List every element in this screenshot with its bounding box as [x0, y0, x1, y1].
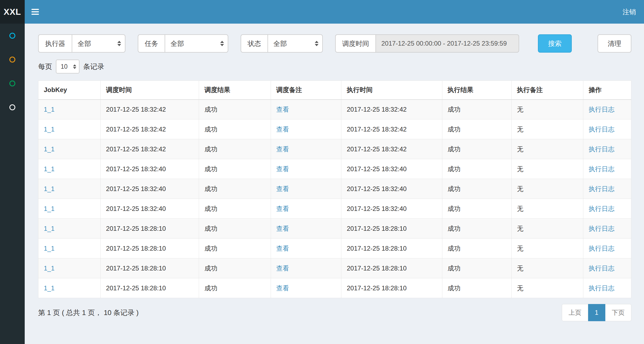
select-spinner-icon	[220, 41, 224, 46]
executor-filter-label: 执行器	[38, 34, 72, 53]
status-select-value: 全部	[273, 39, 287, 48]
jobkey-link[interactable]: 1_1	[44, 145, 55, 153]
jobkey-link[interactable]: 1_1	[44, 284, 55, 292]
jobkey-link[interactable]: 1_1	[44, 245, 55, 252]
exec-log-link[interactable]: 执行日志	[589, 145, 614, 153]
hamburger-icon	[31, 8, 39, 16]
trigger-msg-link[interactable]: 查看	[276, 165, 289, 173]
table-footer: 第 1 页 ( 总共 1 页， 10 条记录 ) 上页 1 下页	[38, 304, 631, 328]
jobkey-link[interactable]: 1_1	[44, 185, 55, 192]
current-page-button[interactable]: 1	[588, 304, 605, 321]
exec-log-link[interactable]: 执行日志	[589, 126, 614, 133]
search-button[interactable]: 搜索	[538, 34, 572, 53]
jobkey-link[interactable]: 1_1	[44, 225, 55, 232]
trigger-msg-link[interactable]: 查看	[276, 225, 289, 232]
handle-result-cell: 成功	[442, 119, 511, 139]
select-spinner-icon	[73, 64, 76, 69]
caret-down-icon	[73, 67, 76, 69]
handle-time-cell: 2017-12-25 18:32:42	[341, 139, 442, 159]
trigger-time-cell: 2017-12-25 18:28:10	[100, 278, 199, 298]
trigger-msg-link[interactable]: 查看	[276, 185, 289, 192]
exec-log-link[interactable]: 执行日志	[589, 165, 614, 173]
handle-time-cell: 2017-12-25 18:32:40	[341, 159, 442, 179]
handle-result-cell: 成功	[442, 239, 511, 258]
status-filter-label: 状态	[241, 34, 267, 53]
clear-button[interactable]: 清理	[598, 34, 631, 53]
executor-filter-group: 执行器 全部	[38, 34, 125, 53]
exec-log-link[interactable]: 执行日志	[589, 265, 614, 272]
handle-msg-cell: 无	[511, 139, 583, 159]
sidebar-item-2[interactable]	[0, 47, 25, 71]
trigger-msg-link[interactable]: 查看	[276, 205, 289, 212]
exec-log-link[interactable]: 执行日志	[589, 225, 614, 232]
pagination-info: 第 1 页 ( 总共 1 页， 10 条记录 )	[38, 308, 139, 317]
jobkey-link[interactable]: 1_1	[44, 205, 55, 212]
jobkey-link[interactable]: 1_1	[44, 165, 55, 173]
caret-down-icon	[220, 44, 224, 46]
exec-log-link[interactable]: 执行日志	[589, 284, 614, 292]
handle-result-cell: 成功	[442, 159, 511, 179]
trigger-msg-link[interactable]: 查看	[276, 145, 289, 153]
exec-log-link[interactable]: 执行日志	[589, 245, 614, 252]
sidebar-item-4[interactable]	[0, 95, 25, 119]
caret-up-icon	[220, 41, 224, 43]
trigger-result-cell: 成功	[199, 239, 271, 258]
trigger-msg-link[interactable]: 查看	[276, 106, 289, 113]
handle-msg-cell: 无	[511, 119, 583, 139]
trigger-result-cell: 成功	[199, 199, 271, 219]
job-select-value: 全部	[171, 39, 184, 48]
navbar-right: 注销	[614, 0, 644, 24]
caret-up-icon	[73, 64, 76, 66]
logout-link[interactable]: 注销	[623, 8, 636, 16]
circle-icon	[9, 57, 15, 63]
col-handle-time: 执行时间	[341, 81, 442, 100]
trigger-msg-link[interactable]: 查看	[276, 284, 289, 292]
pagination: 上页 1 下页	[562, 304, 631, 321]
main-content: 调度日志 任务调度中心 执行器 全部 任务 全部 状态 全部	[25, 0, 644, 328]
trigger-time-filter-label: 调度时间	[335, 34, 375, 53]
trigger-result-cell: 成功	[199, 139, 271, 159]
status-filter-group: 状态 全部	[241, 34, 323, 53]
trigger-time-cell: 2017-12-25 18:32:40	[100, 159, 199, 179]
table-row: 1_1 2017-12-25 18:32:40 成功 查看 2017-12-25…	[38, 179, 631, 199]
jobkey-link[interactable]: 1_1	[44, 126, 55, 133]
next-page-button[interactable]: 下页	[605, 304, 631, 321]
job-filter-label: 任务	[138, 34, 165, 53]
job-select[interactable]: 全部	[165, 34, 228, 53]
table-row: 1_1 2017-12-25 18:28:10 成功 查看 2017-12-25…	[38, 239, 631, 258]
table-row: 1_1 2017-12-25 18:32:42 成功 查看 2017-12-25…	[38, 100, 631, 119]
exec-log-link[interactable]: 执行日志	[589, 106, 614, 113]
trigger-time-cell: 2017-12-25 18:32:42	[100, 100, 199, 119]
select-spinner-icon	[315, 41, 319, 46]
sidebar-item-1[interactable]	[0, 24, 25, 47]
trigger-time-cell: 2017-12-25 18:32:42	[100, 119, 199, 139]
trigger-time-cell: 2017-12-25 18:28:10	[100, 258, 199, 278]
sidebar-toggle-button[interactable]	[25, 0, 46, 24]
job-filter-group: 任务 全部	[138, 34, 228, 53]
handle-result-cell: 成功	[442, 278, 511, 298]
caret-up-icon	[117, 41, 121, 43]
handle-time-cell: 2017-12-25 18:28:10	[341, 219, 442, 239]
table-row: 1_1 2017-12-25 18:28:10 成功 查看 2017-12-25…	[38, 219, 631, 239]
page-size-prefix-label: 每页	[38, 62, 52, 71]
trigger-result-cell: 成功	[199, 119, 271, 139]
app-logo[interactable]: XXL	[0, 0, 25, 24]
trigger-time-range-input[interactable]	[375, 34, 519, 53]
trigger-msg-link[interactable]: 查看	[276, 265, 289, 272]
handle-result-cell: 成功	[442, 199, 511, 219]
exec-log-link[interactable]: 执行日志	[589, 205, 614, 212]
trigger-msg-link[interactable]: 查看	[276, 126, 289, 133]
jobkey-link[interactable]: 1_1	[44, 106, 55, 113]
exec-log-link[interactable]: 执行日志	[589, 185, 614, 192]
handle-time-cell: 2017-12-25 18:28:10	[341, 278, 442, 298]
jobkey-link[interactable]: 1_1	[44, 265, 55, 272]
trigger-time-cell: 2017-12-25 18:28:10	[100, 239, 199, 258]
page-size-select[interactable]: 10	[56, 60, 79, 74]
prev-page-button[interactable]: 上页	[562, 304, 588, 321]
sidebar-item-3[interactable]	[0, 71, 25, 95]
executor-select[interactable]: 全部	[72, 34, 125, 53]
status-select[interactable]: 全部	[267, 34, 323, 53]
filter-toolbar: 执行器 全部 任务 全部 状态 全部 调度时间 搜索 清理	[38, 34, 631, 53]
trigger-msg-link[interactable]: 查看	[276, 245, 289, 252]
circle-icon	[9, 80, 15, 86]
